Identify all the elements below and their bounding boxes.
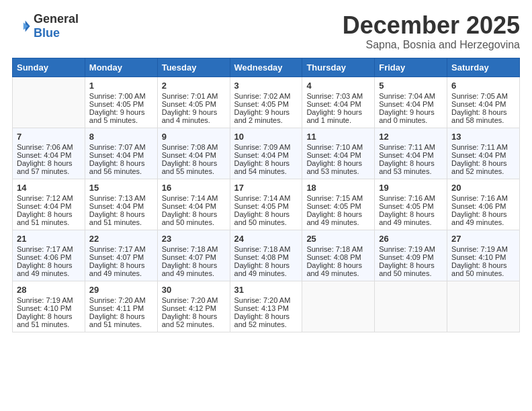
sunrise-info: Sunrise: 7:20 AM: [234, 296, 298, 304]
calendar-cell: [13, 77, 85, 128]
sunset-info: Sunset: 4:06 PM: [17, 253, 81, 261]
day-number: 28: [17, 285, 81, 295]
daylight-info: Daylight: 8 hours and 49 minutes.: [306, 261, 370, 277]
daylight-info: Daylight: 8 hours and 52 minutes.: [162, 312, 226, 328]
logo-blue: Blue: [34, 26, 60, 40]
calendar-cell: 12Sunrise: 7:11 AMSunset: 4:04 PMDayligh…: [375, 128, 447, 179]
daylight-info: Daylight: 8 hours and 52 minutes.: [451, 159, 515, 175]
sunrise-info: Sunrise: 7:02 AM: [234, 92, 298, 100]
day-number: 24: [234, 234, 298, 244]
header-thursday: Thursday: [302, 58, 375, 77]
calendar-table: SundayMondayTuesdayWednesdayThursdayFrid…: [12, 58, 520, 332]
day-number: 6: [451, 81, 515, 91]
sunrise-info: Sunrise: 7:16 AM: [379, 194, 443, 202]
sunrise-info: Sunrise: 7:14 AM: [162, 194, 226, 202]
day-number: 31: [234, 285, 298, 295]
daylight-info: Daylight: 8 hours and 51 minutes.: [17, 210, 81, 226]
day-number: 7: [17, 132, 81, 142]
sunrise-info: Sunrise: 7:11 AM: [451, 143, 515, 151]
day-number: 3: [234, 81, 298, 91]
daylight-info: Daylight: 8 hours and 50 minutes.: [162, 210, 226, 226]
sunset-info: Sunset: 4:10 PM: [17, 304, 81, 312]
day-number: 16: [162, 183, 226, 193]
sunset-info: Sunset: 4:04 PM: [379, 151, 443, 159]
header-saturday: Saturday: [447, 58, 520, 77]
daylight-info: Daylight: 8 hours and 49 minutes.: [451, 210, 515, 226]
sunset-info: Sunset: 4:04 PM: [306, 100, 370, 108]
daylight-info: Daylight: 8 hours and 51 minutes.: [89, 210, 153, 226]
day-number: 29: [89, 285, 153, 295]
daylight-info: Daylight: 8 hours and 50 minutes.: [234, 210, 298, 226]
calendar-cell: 24Sunrise: 7:18 AMSunset: 4:08 PMDayligh…: [230, 230, 302, 281]
sunset-info: Sunset: 4:05 PM: [234, 202, 298, 210]
sunrise-info: Sunrise: 7:10 AM: [306, 143, 370, 151]
calendar-cell: 20Sunrise: 7:16 AMSunset: 4:06 PMDayligh…: [447, 179, 520, 230]
daylight-info: Daylight: 8 hours and 49 minutes.: [17, 261, 81, 277]
header-tuesday: Tuesday: [157, 58, 230, 77]
calendar-cell: [375, 281, 447, 332]
calendar-cell: 10Sunrise: 7:09 AMSunset: 4:04 PMDayligh…: [230, 128, 302, 179]
header-friday: Friday: [375, 58, 447, 77]
week-row-4: 28Sunrise: 7:19 AMSunset: 4:10 PMDayligh…: [13, 281, 520, 332]
calendar-cell: 8Sunrise: 7:07 AMSunset: 4:04 PMDaylight…: [85, 128, 157, 179]
day-number: 4: [306, 81, 370, 91]
sunset-info: Sunset: 4:07 PM: [89, 253, 153, 261]
sunrise-info: Sunrise: 7:15 AM: [306, 194, 370, 202]
sunrise-info: Sunrise: 7:18 AM: [306, 245, 370, 253]
calendar-cell: 21Sunrise: 7:17 AMSunset: 4:06 PMDayligh…: [13, 230, 85, 281]
header-wednesday: Wednesday: [230, 58, 302, 77]
calendar-cell: 2Sunrise: 7:01 AMSunset: 4:05 PMDaylight…: [157, 77, 230, 128]
daylight-info: Daylight: 8 hours and 49 minutes.: [234, 261, 298, 277]
calendar-cell: 27Sunrise: 7:19 AMSunset: 4:10 PMDayligh…: [447, 230, 520, 281]
day-number: 14: [17, 183, 81, 193]
sunset-info: Sunset: 4:12 PM: [162, 304, 226, 312]
calendar-cell: 18Sunrise: 7:15 AMSunset: 4:05 PMDayligh…: [302, 179, 375, 230]
page-header: General Blue December 2025 Sapna, Bosnia…: [12, 12, 520, 51]
day-number: 22: [89, 234, 153, 244]
day-number: 8: [89, 132, 153, 142]
daylight-info: Daylight: 8 hours and 55 minutes.: [162, 159, 226, 175]
day-number: 15: [89, 183, 153, 193]
sunset-info: Sunset: 4:04 PM: [17, 151, 81, 159]
sunrise-info: Sunrise: 7:20 AM: [89, 296, 153, 304]
sunset-info: Sunset: 4:08 PM: [234, 253, 298, 261]
daylight-info: Daylight: 8 hours and 54 minutes.: [234, 159, 298, 175]
day-number: 20: [451, 183, 515, 193]
daylight-info: Daylight: 8 hours and 50 minutes.: [379, 261, 443, 277]
daylight-info: Daylight: 8 hours and 49 minutes.: [306, 210, 370, 226]
daylight-info: Daylight: 8 hours and 49 minutes.: [379, 210, 443, 226]
sunrise-info: Sunrise: 7:03 AM: [306, 92, 370, 100]
sunrise-info: Sunrise: 7:18 AM: [234, 245, 298, 253]
sunrise-info: Sunrise: 7:06 AM: [17, 143, 81, 151]
sunset-info: Sunset: 4:04 PM: [234, 151, 298, 159]
day-number: 25: [306, 234, 370, 244]
sunrise-info: Sunrise: 7:11 AM: [379, 143, 443, 151]
calendar-cell: 6Sunrise: 7:05 AMSunset: 4:04 PMDaylight…: [447, 77, 520, 128]
sunset-info: Sunset: 4:04 PM: [17, 202, 81, 210]
sunrise-info: Sunrise: 7:00 AM: [89, 92, 153, 100]
week-row-0: 1Sunrise: 7:00 AMSunset: 4:05 PMDaylight…: [13, 77, 520, 128]
daylight-info: Daylight: 8 hours and 53 minutes.: [306, 159, 370, 175]
daylight-info: Daylight: 8 hours and 50 minutes.: [451, 261, 515, 277]
sunset-info: Sunset: 4:06 PM: [451, 202, 515, 210]
calendar-cell: 30Sunrise: 7:20 AMSunset: 4:12 PMDayligh…: [157, 281, 230, 332]
daylight-info: Daylight: 9 hours and 1 minute.: [306, 108, 370, 124]
sunrise-info: Sunrise: 7:17 AM: [17, 245, 81, 253]
sunset-info: Sunset: 4:04 PM: [89, 202, 153, 210]
sunrise-info: Sunrise: 7:01 AM: [162, 92, 226, 100]
daylight-info: Daylight: 8 hours and 51 minutes.: [17, 312, 81, 328]
calendar-cell: 26Sunrise: 7:19 AMSunset: 4:09 PMDayligh…: [375, 230, 447, 281]
sunset-info: Sunset: 4:09 PM: [379, 253, 443, 261]
header-monday: Monday: [85, 58, 157, 77]
daylight-info: Daylight: 8 hours and 52 minutes.: [234, 312, 298, 328]
sunset-info: Sunset: 4:04 PM: [162, 151, 226, 159]
day-number: 21: [17, 234, 81, 244]
logo: General Blue: [12, 12, 79, 40]
calendar-cell: 25Sunrise: 7:18 AMSunset: 4:08 PMDayligh…: [302, 230, 375, 281]
sunrise-info: Sunrise: 7:08 AM: [162, 143, 226, 151]
title-section: December 2025 Sapna, Bosnia and Herzegov…: [343, 12, 520, 51]
day-number: 10: [234, 132, 298, 142]
calendar-cell: 5Sunrise: 7:04 AMSunset: 4:04 PMDaylight…: [375, 77, 447, 128]
day-number: 19: [379, 183, 443, 193]
day-number: 11: [306, 132, 370, 142]
